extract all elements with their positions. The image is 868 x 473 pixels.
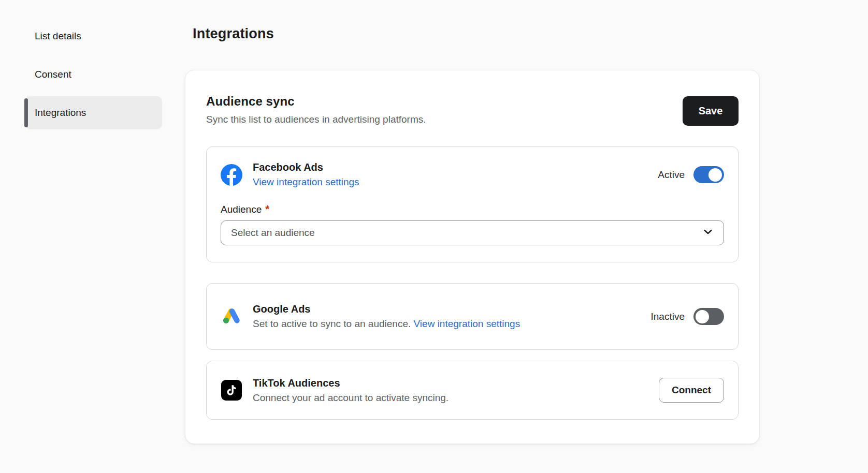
audience-sync-card: Audience sync Sync this list to audience… — [185, 70, 760, 444]
tiktok-icon — [221, 379, 242, 401]
facebook-active-toggle[interactable] — [693, 166, 724, 183]
required-asterisk: * — [265, 203, 269, 215]
card-header: Audience sync Sync this list to audience… — [206, 70, 739, 126]
sidebar-item-label: Consent — [35, 69, 71, 80]
audience-select-value: Select an audience — [231, 227, 315, 239]
google-active-toggle[interactable] — [693, 308, 724, 325]
toggle-knob — [696, 310, 709, 323]
google-description: Set to active to sync to an audience. — [253, 318, 411, 329]
sidebar-item-integrations[interactable]: Integrations — [25, 96, 162, 129]
sidebar-item-consent[interactable]: Consent — [25, 58, 162, 91]
facebook-icon — [221, 164, 242, 186]
tiktok-description: Connect your ad account to activate sync… — [253, 392, 648, 404]
toggle-knob — [708, 168, 722, 182]
audience-label-text: Audience — [221, 204, 262, 215]
audience-select[interactable]: Select an audience — [221, 220, 724, 245]
google-ads-icon — [221, 306, 242, 328]
facebook-status-label: Active — [658, 169, 685, 181]
facebook-settings-link[interactable]: View integration settings — [253, 176, 359, 187]
audience-field-label: Audience * — [221, 203, 724, 215]
google-ads-row: Google Ads Set to active to sync to an a… — [221, 303, 724, 330]
card-title: Audience sync — [206, 94, 426, 109]
tiktok-name: TikTok Audiences — [253, 377, 648, 389]
facebook-text-block: Facebook Ads View integration settings — [253, 161, 647, 188]
google-ads-section: Google Ads Set to active to sync to an a… — [206, 283, 739, 350]
tiktok-connect-button[interactable]: Connect — [659, 378, 724, 403]
google-name: Google Ads — [253, 303, 641, 315]
card-header-text: Audience sync Sync this list to audience… — [206, 94, 426, 125]
tiktok-audiences-section: TikTok Audiences Connect your ad account… — [206, 361, 739, 420]
sidebar-item-label: List details — [35, 31, 81, 42]
facebook-ads-row: Facebook Ads View integration settings A… — [221, 161, 724, 188]
save-button[interactable]: Save — [683, 96, 739, 126]
settings-sidebar: List details Consent Integrations — [25, 20, 162, 135]
facebook-settings-link-row: View integration settings — [253, 176, 647, 188]
card-subtitle: Sync this list to audiences in advertisi… — [206, 114, 426, 125]
facebook-name: Facebook Ads — [253, 161, 647, 173]
page-title: Integrations — [193, 26, 274, 42]
tiktok-text-block: TikTok Audiences Connect your ad account… — [253, 377, 648, 404]
tiktok-row: TikTok Audiences Connect your ad account… — [221, 377, 724, 404]
google-status-label: Inactive — [651, 311, 685, 322]
chevron-down-icon — [702, 226, 714, 241]
sidebar-item-label: Integrations — [35, 107, 86, 119]
facebook-ads-section: Facebook Ads View integration settings A… — [206, 146, 739, 262]
google-description-row: Set to active to sync to an audience. Vi… — [253, 318, 641, 330]
google-settings-link[interactable]: View integration settings — [414, 318, 520, 329]
google-text-block: Google Ads Set to active to sync to an a… — [253, 303, 641, 330]
google-toggle-group: Inactive — [651, 308, 724, 325]
facebook-toggle-group: Active — [658, 166, 724, 183]
sidebar-item-list-details[interactable]: List details — [25, 20, 162, 53]
